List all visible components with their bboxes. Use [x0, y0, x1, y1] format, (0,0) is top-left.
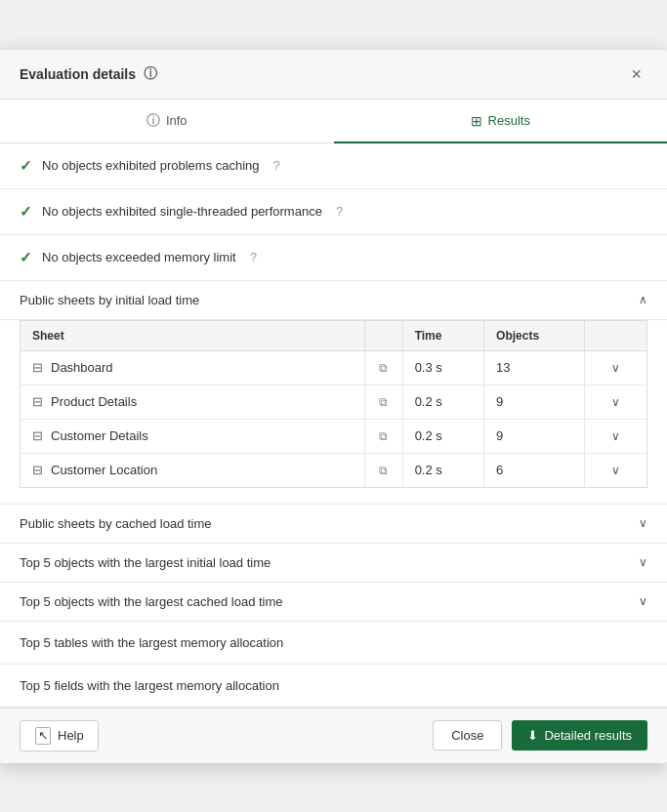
check-single-thread: ✓ No objects exhibited single-threaded p… [0, 189, 667, 235]
check-memory-help-icon[interactable]: ? [250, 250, 257, 264]
help-btn-icon: ↗ [35, 727, 51, 745]
help-button[interactable]: ↗ Help [20, 720, 99, 751]
modal-footer: ↗ Help Close ⬇ Detailed results [0, 708, 667, 763]
check-single-thread-help-icon[interactable]: ? [336, 204, 343, 219]
results-tab-label: Results [488, 113, 530, 128]
section-top5-initial-chevron: ∨ [639, 555, 647, 569]
expand-cell-location: ∨ [584, 453, 646, 487]
sheet-name-dashboard: Dashboard [51, 360, 113, 375]
expand-cell-customer: ∨ [584, 419, 646, 453]
sheet-name-location: Customer Location [51, 463, 157, 477]
sheet-name-product: Product Details [51, 394, 137, 409]
col-header-sheet: Sheet [21, 320, 365, 350]
copy-icon-location[interactable]: ⧉ [379, 464, 388, 477]
copy-icon-product[interactable]: ⧉ [379, 395, 388, 409]
check-caching-help-icon[interactable]: ? [273, 158, 280, 173]
title-info-icon[interactable]: ⓘ [144, 65, 157, 83]
section-initial-load-header[interactable]: Public sheets by initial load time ∧ [0, 281, 667, 320]
section-top5-memory-tables-header[interactable]: Top 5 tables with the largest memory all… [0, 622, 667, 665]
footer-right: Close ⬇ Detailed results [433, 720, 647, 751]
col-header-objects: Objects [484, 320, 585, 350]
check-caching-text: No objects exhibited problems caching [42, 158, 260, 173]
section-top5-initial-header[interactable]: Top 5 objects with the largest initial l… [0, 544, 667, 583]
expand-btn-location[interactable]: ∨ [607, 462, 624, 479]
check-memory-text: No objects exceeded memory limit [42, 250, 236, 264]
info-tab-icon: ⓘ [146, 112, 160, 130]
expand-cell-product: ∨ [584, 385, 646, 419]
section-cached-load-chevron: ∨ [639, 516, 647, 530]
section-top5-memory-fields-title: Top 5 fields with the largest memory all… [20, 678, 279, 693]
info-tab-label: Info [166, 113, 188, 128]
detailed-results-label: Detailed results [544, 728, 632, 743]
table-row: ⊟ Dashboard ⧉ 0.3 s 13 ∨ [21, 350, 647, 385]
sheet-name-cell: ⊟ Customer Location [21, 453, 365, 487]
section-cached-load-title: Public sheets by cached load time [20, 516, 212, 531]
sheet-name-cell: ⊟ Customer Details [21, 419, 365, 453]
copy-cell-product: ⧉ [365, 385, 403, 419]
expand-btn-product[interactable]: ∨ [607, 393, 624, 411]
title-text: Evaluation details [20, 66, 136, 82]
objects-cell-dashboard: 13 [484, 350, 585, 385]
col-header-copy [365, 320, 403, 350]
sheet-icon-product: ⊟ [32, 394, 43, 409]
col-header-time: Time [402, 320, 483, 350]
check-caching-icon: ✓ [20, 157, 32, 175]
objects-cell-location: 6 [484, 453, 585, 487]
objects-cell-product: 9 [484, 385, 585, 419]
time-cell-product: 0.2 s [402, 385, 483, 419]
copy-cell-dashboard: ⧉ [365, 350, 403, 385]
section-initial-load-chevron: ∧ [639, 293, 647, 306]
initial-load-table: Sheet Time Objects ⊟ Dashboard [20, 320, 647, 488]
check-memory-icon: ✓ [20, 249, 32, 266]
objects-cell-customer: 9 [484, 419, 585, 453]
modal-header: Evaluation details ⓘ × [0, 50, 667, 100]
expand-btn-dashboard[interactable]: ∨ [607, 359, 624, 377]
sheet-name-cell: ⊟ Product Details [21, 385, 365, 419]
help-btn-label: Help [58, 728, 84, 743]
table-row: ⊟ Product Details ⧉ 0.2 s 9 ∨ [21, 385, 647, 419]
sheet-name-customer: Customer Details [51, 428, 148, 443]
sheet-icon-customer: ⊟ [32, 428, 43, 443]
section-top5-cached-chevron: ∨ [639, 594, 647, 608]
tab-info[interactable]: ⓘ Info [0, 101, 334, 143]
modal-close-button[interactable]: × [625, 63, 647, 85]
section-top5-cached-title: Top 5 objects with the largest cached lo… [20, 594, 283, 609]
time-cell-dashboard: 0.3 s [402, 350, 483, 385]
evaluation-details-modal: Evaluation details ⓘ × ⓘ Info ⊞ Results … [0, 50, 667, 763]
results-tab-icon: ⊞ [471, 113, 482, 129]
initial-load-table-container: Sheet Time Objects ⊟ Dashboard [0, 320, 667, 505]
section-cached-load-header[interactable]: Public sheets by cached load time ∨ [0, 505, 667, 544]
expand-btn-customer[interactable]: ∨ [607, 427, 624, 445]
section-top5-cached-header[interactable]: Top 5 objects with the largest cached lo… [0, 583, 667, 622]
tab-results[interactable]: ⊞ Results [334, 101, 668, 143]
col-header-expand [584, 320, 646, 350]
table-row: ⊟ Customer Details ⧉ 0.2 s 9 ∨ [21, 419, 647, 453]
section-initial-load-title: Public sheets by initial load time [20, 293, 199, 307]
copy-icon-customer[interactable]: ⧉ [379, 429, 388, 443]
sheet-icon-dashboard: ⊟ [32, 360, 43, 375]
section-top5-memory-fields-header[interactable]: Top 5 fields with the largest memory all… [0, 665, 667, 708]
check-caching: ✓ No objects exhibited problems caching … [0, 143, 667, 189]
close-dialog-button[interactable]: Close [433, 720, 502, 751]
sheet-name-cell: ⊟ Dashboard [21, 350, 365, 385]
check-single-thread-icon: ✓ [20, 203, 32, 221]
download-icon: ⬇ [527, 728, 538, 743]
expand-cell-dashboard: ∨ [584, 350, 646, 385]
copy-icon-dashboard[interactable]: ⧉ [379, 361, 388, 375]
time-cell-location: 0.2 s [402, 453, 483, 487]
copy-cell-customer: ⧉ [365, 419, 403, 453]
sheet-icon-location: ⊟ [32, 463, 43, 477]
modal-body: ✓ No objects exhibited problems caching … [0, 143, 667, 708]
table-row: ⊟ Customer Location ⧉ 0.2 s 6 ∨ [21, 453, 647, 487]
section-top5-memory-tables-title: Top 5 tables with the largest memory all… [20, 635, 283, 650]
check-single-thread-text: No objects exhibited single-threaded per… [42, 204, 322, 219]
section-top5-initial-title: Top 5 objects with the largest initial l… [20, 555, 271, 570]
tab-bar: ⓘ Info ⊞ Results [0, 100, 667, 143]
check-memory: ✓ No objects exceeded memory limit ? [0, 235, 667, 281]
time-cell-customer: 0.2 s [402, 419, 483, 453]
detailed-results-button[interactable]: ⬇ Detailed results [512, 720, 647, 751]
modal-title: Evaluation details ⓘ [20, 65, 157, 83]
copy-cell-location: ⧉ [365, 453, 403, 487]
